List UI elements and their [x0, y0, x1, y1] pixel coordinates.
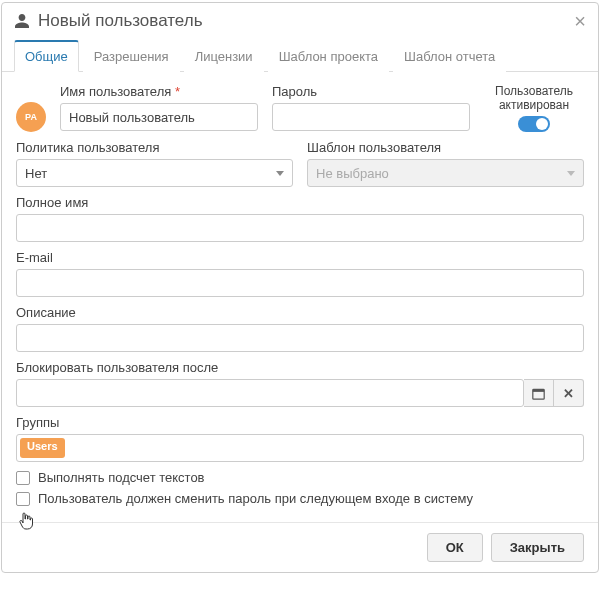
fullname-label: Полное имя [16, 195, 584, 210]
clear-date-button[interactable]: ✕ [554, 379, 584, 407]
tab-report-template[interactable]: Шаблон отчета [393, 40, 506, 72]
password-label: Пароль [272, 84, 470, 99]
description-input[interactable] [16, 324, 584, 352]
lockafter-input[interactable] [16, 379, 524, 407]
calendar-button[interactable] [524, 379, 554, 407]
template-label: Шаблон пользователя [307, 140, 584, 155]
username-input[interactable] [60, 103, 258, 131]
svg-rect-1 [533, 389, 544, 391]
group-tag[interactable]: Users [20, 438, 65, 458]
dialog-title-text: Новый пользователь [38, 11, 203, 31]
calendar-icon [532, 387, 545, 400]
close-button[interactable]: Закрыть [491, 533, 584, 562]
username-label: Имя пользователя * [60, 84, 258, 99]
password-input[interactable] [272, 103, 470, 131]
avatar: PA [16, 102, 46, 132]
activated-label: Пользователь активирован [484, 84, 584, 112]
must-change-password-checkbox[interactable] [16, 492, 30, 506]
policy-select[interactable]: Нет [16, 159, 293, 187]
lockafter-label: Блокировать пользователя после [16, 360, 584, 375]
count-texts-label: Выполнять подсчет текстов [38, 470, 205, 485]
policy-label: Политика пользователя [16, 140, 293, 155]
tab-project-template[interactable]: Шаблон проекта [268, 40, 389, 72]
tab-general[interactable]: Общие [14, 40, 79, 72]
policy-value: Нет [25, 166, 47, 181]
must-change-password-label: Пользователь должен сменить пароль при с… [38, 491, 473, 506]
close-icon[interactable]: × [574, 11, 586, 31]
template-value: Не выбрано [316, 166, 389, 181]
email-label: E-mail [16, 250, 584, 265]
fullname-input[interactable] [16, 214, 584, 242]
description-label: Описание [16, 305, 584, 320]
groups-input[interactable]: Users [16, 434, 584, 462]
template-select: Не выбрано [307, 159, 584, 187]
tab-licenses[interactable]: Лицензии [184, 40, 264, 72]
caret-down-icon [567, 171, 575, 176]
activated-toggle[interactable] [518, 116, 550, 132]
dialog-title: Новый пользователь [14, 11, 574, 31]
caret-down-icon [276, 171, 284, 176]
user-icon [14, 13, 30, 29]
tabs: Общие Разрешения Лицензии Шаблон проекта… [2, 39, 598, 72]
groups-label: Группы [16, 415, 584, 430]
email-input[interactable] [16, 269, 584, 297]
count-texts-checkbox[interactable] [16, 471, 30, 485]
tab-permissions[interactable]: Разрешения [83, 40, 180, 72]
ok-button[interactable]: ОК [427, 533, 483, 562]
